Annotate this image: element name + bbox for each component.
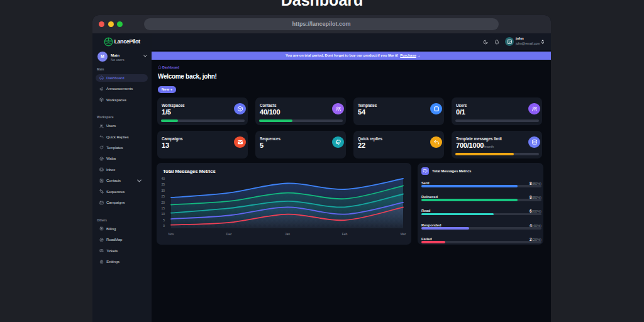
- svg-text:Dec: Dec: [226, 232, 232, 236]
- svg-text:20: 20: [161, 201, 165, 204]
- svg-text:25: 25: [161, 194, 165, 198]
- svg-text:35: 35: [161, 182, 165, 186]
- svg-text:30: 30: [161, 189, 165, 192]
- svg-text:Nov: Nov: [169, 232, 174, 236]
- svg-text:40: 40: [161, 177, 165, 180]
- svg-text:5: 5: [163, 218, 165, 222]
- svg-text:0: 0: [163, 224, 165, 228]
- svg-text:15: 15: [161, 206, 165, 210]
- svg-text:Mar: Mar: [401, 232, 406, 236]
- svg-text:Jan: Jan: [285, 232, 290, 236]
- svg-text:Feb: Feb: [342, 232, 348, 236]
- svg-text:10: 10: [161, 212, 165, 216]
